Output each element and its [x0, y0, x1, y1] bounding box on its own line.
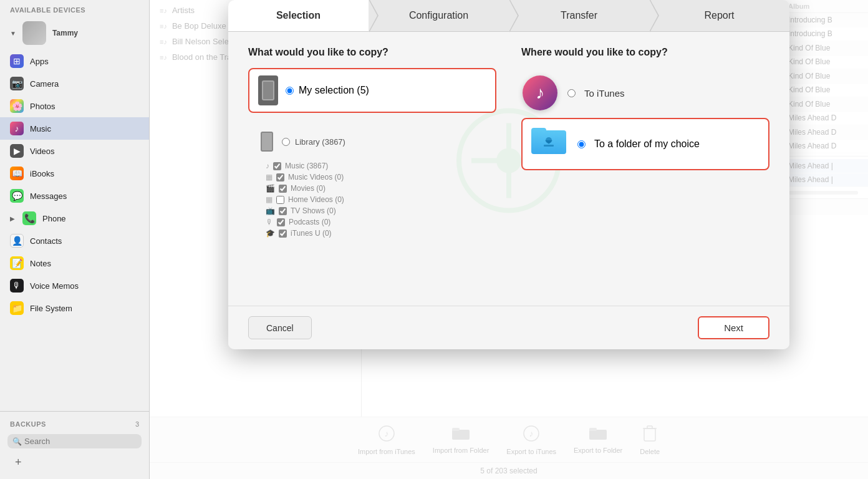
- photos-icon: 🌸: [10, 99, 24, 113]
- svg-point-14: [496, 148, 521, 173]
- apps-icon: ⊞: [10, 54, 24, 68]
- sidebar-item-label: Notes: [30, 259, 51, 268]
- to-folder-option[interactable]: To a folder of my choice: [521, 118, 769, 170]
- sidebar-item-label: Voice Memos: [30, 281, 79, 291]
- sidebar-item-music[interactable]: ♪ Music: [0, 117, 149, 140]
- to-itunes-option[interactable]: ♪ To iTunes: [521, 68, 769, 118]
- wizard-step-transfer[interactable]: Transfer: [509, 0, 649, 31]
- sidebar-bottom: BACKUPS 3 🔍 +: [0, 411, 149, 479]
- movies-label: Movies (0): [291, 184, 326, 193]
- music-note-icon: ♪: [266, 162, 269, 170]
- device-shape-icon: [258, 75, 278, 105]
- music-icon: ♪: [10, 122, 24, 135]
- voicememos-icon: 🎙: [10, 279, 24, 293]
- sidebar-item-label: Apps: [30, 57, 49, 66]
- wizard-step-selection[interactable]: Selection: [228, 0, 369, 31]
- modal-body: What would you like to copy? My selectio…: [228, 32, 789, 306]
- sub-option-music[interactable]: ♪ Music (3867): [266, 162, 496, 170]
- podcasts-checkbox[interactable]: [277, 218, 285, 226]
- sidebar-item-label: Photos: [30, 102, 55, 111]
- collapse-arrow[interactable]: ▼: [10, 30, 16, 37]
- sidebar-item-ibooks[interactable]: 📖 iBooks: [0, 162, 149, 185]
- sidebar-item-label: Phone: [42, 214, 66, 223]
- search-input[interactable]: [24, 437, 137, 446]
- sidebar-item-apps[interactable]: ⊞ Apps: [0, 50, 149, 72]
- phone-icon: 📞: [22, 211, 36, 225]
- device-name: Tammy: [52, 29, 78, 37]
- svg-marker-16: [545, 140, 552, 144]
- my-selection-radio-container: My selection (5): [286, 85, 369, 96]
- musicvideos-checkbox[interactable]: [276, 173, 284, 181]
- next-button[interactable]: Next: [698, 316, 769, 339]
- library-option[interactable]: Library (3867): [248, 122, 496, 162]
- step-label: Configuration: [409, 10, 468, 21]
- sidebar-item-camera[interactable]: 📷 Camera: [0, 72, 149, 95]
- my-selection-radio[interactable]: [286, 87, 294, 95]
- folder-dest-icon: [531, 125, 569, 163]
- filesystem-icon: 📁: [10, 301, 24, 315]
- cancel-button[interactable]: Cancel: [248, 316, 312, 339]
- sidebar-item-videos[interactable]: ▶ Videos: [0, 140, 149, 162]
- homevideo-icon: ▦: [266, 195, 272, 204]
- device-item[interactable]: ▼ Tammy: [0, 16, 149, 50]
- podcast-icon: 🎙: [266, 218, 273, 226]
- sub-option-movies[interactable]: 🎬 Movies (0): [266, 184, 496, 193]
- notes-icon: 📝: [10, 256, 24, 270]
- to-folder-label: To a folder of my choice: [594, 138, 700, 150]
- dest-section: Where would you like to copy? ♪ To iTune…: [521, 47, 769, 291]
- sub-option-podcasts[interactable]: 🎙 Podcasts (0): [266, 218, 496, 226]
- tv-icon: 📺: [266, 206, 275, 215]
- backups-count: 3: [135, 420, 139, 428]
- sidebar-item-voicememos[interactable]: 🎙 Voice Memos: [0, 274, 149, 297]
- music-label: Music (3867): [285, 162, 328, 170]
- sidebar-item-label: iBooks: [30, 169, 54, 178]
- musicvideos-label: Music Videos (0): [288, 173, 344, 181]
- copy-section-title: What would you like to copy?: [248, 47, 496, 58]
- my-selection-label: My selection (5): [299, 85, 369, 96]
- library-icon: [257, 127, 277, 157]
- sidebar-item-label: Music: [30, 124, 51, 133]
- wizard-steps: Selection Configuration Transfer Report: [228, 0, 789, 32]
- music-checkbox[interactable]: [273, 162, 281, 170]
- sidebar-item-label: Camera: [30, 79, 59, 89]
- sidebar-item-contacts[interactable]: 👤 Contacts: [0, 230, 149, 252]
- step-label: Selection: [276, 10, 321, 21]
- homevideos-label: Home Videos (0): [288, 195, 344, 204]
- configuration-modal: Selection Configuration Transfer Report: [228, 0, 789, 349]
- messages-icon: 💬: [10, 189, 24, 203]
- tvshows-checkbox[interactable]: [279, 207, 287, 215]
- copy-section: What would you like to copy? My selectio…: [248, 47, 496, 291]
- dest-section-title: Where would you like to copy?: [521, 47, 769, 58]
- available-devices-label: AVAILABLE DEVICES: [0, 0, 149, 16]
- homevideos-checkbox[interactable]: [276, 196, 284, 204]
- podcasts-label: Podcasts (0): [289, 218, 330, 226]
- sidebar-item-label: Messages: [30, 191, 67, 201]
- camera-icon: 📷: [10, 77, 24, 90]
- svg-rect-17: [544, 145, 554, 147]
- to-itunes-label: To iTunes: [584, 88, 624, 99]
- to-itunes-radio[interactable]: [567, 89, 576, 97]
- sidebar-item-messages[interactable]: 💬 Messages: [0, 185, 149, 207]
- sidebar-item-notes[interactable]: 📝 Notes: [0, 252, 149, 274]
- step-label: Report: [704, 10, 734, 21]
- my-selection-option[interactable]: My selection (5): [248, 68, 496, 113]
- to-folder-radio[interactable]: [577, 140, 586, 148]
- sidebar-item-photos[interactable]: 🌸 Photos: [0, 95, 149, 117]
- itunesu-checkbox[interactable]: [279, 230, 287, 238]
- add-button[interactable]: +: [7, 453, 29, 472]
- sidebar-item-filesystem[interactable]: 📁 File System: [0, 297, 149, 319]
- backups-header: BACKUPS 3: [0, 417, 149, 432]
- sub-option-homevideos[interactable]: ▦ Home Videos (0): [266, 195, 496, 204]
- sub-option-musicvideos[interactable]: ▦ Music Videos (0): [266, 173, 496, 181]
- movies-checkbox[interactable]: [279, 185, 287, 193]
- sub-option-tvshows[interactable]: 📺 TV Shows (0): [266, 206, 496, 215]
- film-icon: ▦: [266, 173, 272, 181]
- wizard-step-report[interactable]: Report: [649, 0, 789, 31]
- device-avatar: [22, 21, 46, 45]
- modal-overlay: Selection Configuration Transfer Report: [150, 0, 868, 479]
- sidebar-item-phone[interactable]: ▶ 📞 Phone: [0, 207, 149, 230]
- itunes-dest-icon: ♪: [521, 74, 559, 112]
- library-radio[interactable]: [282, 138, 290, 146]
- wizard-step-configuration[interactable]: Configuration: [369, 0, 509, 31]
- sub-option-itunesu[interactable]: 🎓 iTunes U (0): [266, 229, 496, 238]
